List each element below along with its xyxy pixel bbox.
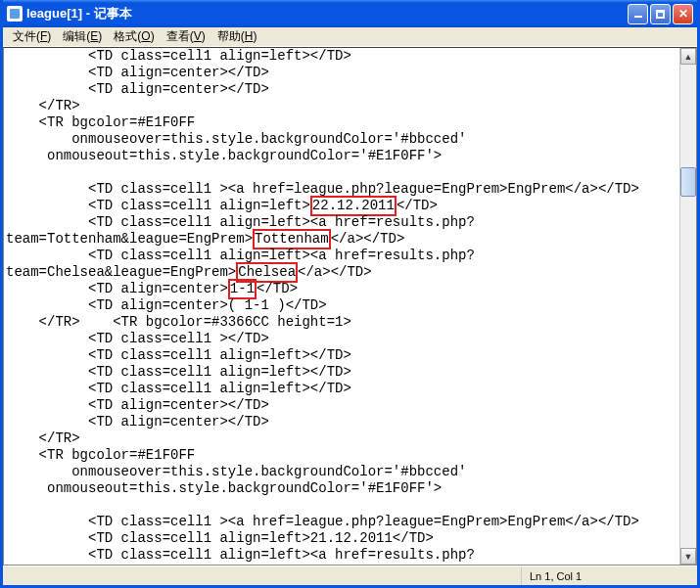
scroll-down-button[interactable]: ▼ — [680, 548, 696, 565]
menu-file-label: 文件( — [13, 29, 40, 43]
text-editor[interactable]: <TD class=cell1 align=left></TD> <TD ali… — [4, 48, 679, 565]
text-line: <TD align=center></TD> — [6, 65, 269, 80]
text-line: <TD class=cell1 align=left>21.12.2011</T… — [6, 530, 434, 546]
text-line: </TD> — [257, 281, 298, 296]
text-line: <TD align=center>( 1-1 )</TD> — [6, 297, 327, 313]
titlebar[interactable]: league[1] - 记事本 ✕ — [3, 0, 697, 27]
highlight-score: 1-1 — [228, 279, 257, 299]
text-line: </TD> — [397, 198, 438, 213]
highlight-date: 22.12.2011 — [310, 196, 397, 216]
text-line: <TD class=cell1 align=left><a href=resul… — [6, 547, 475, 563]
text-line: <TD class=cell1 align=left><a href=resul… — [6, 248, 475, 263]
scroll-thumb[interactable] — [680, 167, 696, 197]
menu-view[interactable]: 查看(V) — [161, 26, 211, 47]
text-line: <TD class=cell1 align=left></TD> — [6, 364, 351, 380]
app-icon — [7, 6, 23, 22]
menu-file[interactable]: 文件(F) — [7, 26, 57, 47]
window-title: league[1] - 记事本 — [26, 5, 628, 23]
status-position: Ln 1, Col 1 — [521, 567, 697, 585]
text-line: </TR> — [6, 430, 80, 446]
menu-edit[interactable]: 编辑(E) — [57, 26, 108, 47]
text-line: </a></TD> — [298, 264, 372, 280]
text-line: onmouseover=this.style.backgroundColor='… — [6, 131, 466, 147]
text-line: onmouseout=this.style.backgroundColor='#… — [6, 148, 442, 163]
text-line: <TD class=cell1 align=left></TD> — [6, 347, 351, 363]
menu-help-label: 帮助( — [217, 29, 245, 43]
text-line: <TD class=cell1 align=left></TD> — [6, 48, 351, 64]
vertical-scrollbar: ▲ ▼ — [679, 48, 696, 565]
content-area: <TD class=cell1 align=left></TD> <TD ali… — [3, 47, 697, 565]
text-line: team=Chelsea&league=EngPrem> — [6, 264, 236, 280]
text-line: <TD align=center></TD> — [6, 414, 269, 430]
highlight-tottenham: Tottenham — [253, 229, 331, 249]
scroll-up-button[interactable]: ▲ — [680, 48, 696, 65]
text-line: <TD class=cell1 ><a href=league.php?leag… — [6, 181, 639, 197]
text-line: </TR> — [6, 98, 80, 113]
text-line: onmouseout=this.style.backgroundColor='#… — [6, 480, 442, 496]
close-button[interactable]: ✕ — [673, 4, 693, 24]
text-line: team=Tottenham&league=EngPrem> — [6, 231, 253, 247]
menu-edit-label: 编辑( — [63, 29, 90, 43]
scroll-track[interactable] — [680, 65, 696, 548]
text-line: <TR bgcolor=#E1F0FF — [6, 114, 195, 130]
menu-help[interactable]: 帮助(H) — [211, 26, 263, 47]
text-line: <TD class=cell1 align=left></TD> — [6, 381, 351, 396]
menubar: 文件(F) 编辑(E) 格式(O) 查看(V) 帮助(H) — [3, 27, 697, 47]
menu-view-label: 查看( — [166, 29, 194, 43]
text-line: team=Wigan&league=EngPrem>Wigan</a></TD> — [6, 564, 335, 565]
text-line: </a></TD> — [331, 231, 405, 247]
text-line: <TD class=cell1 ></TD> — [6, 331, 269, 346]
text-line: <TD class=cell1 align=left> — [6, 198, 310, 213]
text-line: onmouseover=this.style.backgroundColor='… — [6, 464, 466, 479]
text-line: <TD align=center> — [6, 281, 228, 296]
menu-format[interactable]: 格式(O) — [108, 26, 160, 47]
text-line: </TR> <TR bgcolor=#3366CC height=1> — [6, 314, 351, 330]
text-line: <TD align=center></TD> — [6, 397, 269, 413]
text-line: <TR bgcolor=#E1F0FF — [6, 447, 195, 463]
window-controls: ✕ — [628, 4, 693, 24]
text-line: <TD class=cell1 ><a href=league.php?leag… — [6, 514, 639, 529]
menu-format-label: 格式( — [114, 29, 141, 43]
statusbar: Ln 1, Col 1 — [3, 565, 697, 585]
notepad-window: league[1] - 记事本 ✕ 文件(F) 编辑(E) 格式(O) 查看(V… — [0, 0, 700, 588]
minimize-button[interactable] — [628, 4, 648, 24]
text-line: <TD class=cell1 align=left><a href=resul… — [6, 214, 475, 230]
maximize-button[interactable] — [650, 4, 671, 24]
text-line: <TD align=center></TD> — [6, 81, 269, 97]
